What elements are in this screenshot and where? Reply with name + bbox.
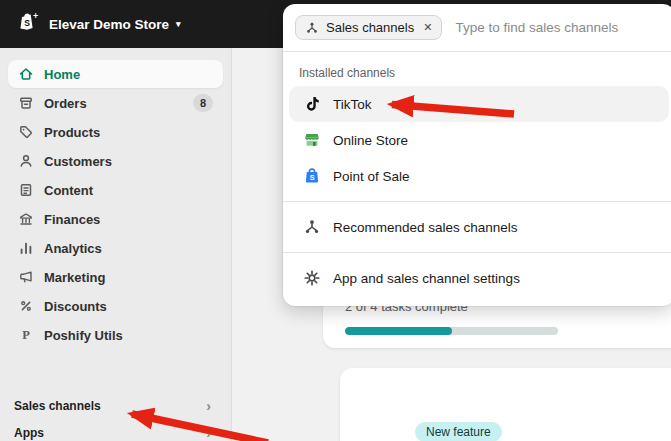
orders-count-badge: 8 bbox=[193, 94, 213, 111]
products-icon bbox=[18, 124, 34, 140]
store-name: Elevar Demo Store bbox=[49, 17, 169, 32]
sidebar-item-content[interactable]: Content bbox=[8, 176, 223, 204]
channels-network-icon bbox=[305, 21, 319, 35]
content-icon bbox=[18, 182, 34, 198]
section-label: Sales channels bbox=[14, 399, 101, 413]
sidebar-item-label: Finances bbox=[44, 212, 100, 227]
installed-channels-label: Installed channels bbox=[283, 52, 671, 86]
tasks-progress-fill bbox=[345, 327, 452, 335]
sidebar-section-sales-channels[interactable]: Sales channels › bbox=[8, 392, 223, 419]
svg-text:P: P bbox=[22, 328, 30, 342]
sales-channels-popup: Sales channels ✕ Installed channels TikT… bbox=[283, 4, 671, 306]
new-feature-badge: New feature bbox=[415, 422, 502, 441]
tasks-progress-bar bbox=[345, 327, 558, 335]
sidebar-item-label: Analytics bbox=[44, 241, 102, 256]
point-of-sale-icon: S bbox=[303, 167, 321, 185]
channel-row-point-of-sale[interactable]: S Point of Sale bbox=[289, 158, 669, 194]
sidebar-item-label: Orders bbox=[44, 96, 87, 111]
channel-label: Online Store bbox=[333, 133, 408, 148]
svg-text:+: + bbox=[33, 11, 38, 21]
customers-icon bbox=[18, 153, 34, 169]
home-icon bbox=[18, 66, 34, 82]
sidebar-spacer bbox=[8, 350, 223, 392]
chevron-right-icon: › bbox=[206, 426, 211, 440]
sidebar-item-home[interactable]: Home bbox=[8, 60, 223, 88]
marketing-icon bbox=[18, 269, 34, 285]
section-label: Apps bbox=[14, 426, 44, 440]
sidebar-item-orders[interactable]: Orders 8 bbox=[8, 89, 223, 117]
sidebar-item-analytics[interactable]: Analytics bbox=[8, 234, 223, 262]
new-feature-card: New feature bbox=[340, 368, 671, 441]
row-label: Recommended sales channels bbox=[333, 220, 518, 235]
channel-label: TikTok bbox=[333, 97, 372, 112]
channel-search-input[interactable] bbox=[453, 19, 663, 36]
sidebar-item-finances[interactable]: Finances bbox=[8, 205, 223, 233]
recommended-sales-channels-row[interactable]: Recommended sales channels bbox=[289, 209, 669, 245]
finances-icon bbox=[18, 211, 34, 227]
chevron-right-icon: › bbox=[206, 399, 211, 413]
sidebar-item-label: Marketing bbox=[44, 270, 105, 285]
sidebar-item-label: Home bbox=[44, 67, 80, 82]
online-store-icon bbox=[303, 131, 321, 149]
shopify-plus-logo-icon[interactable]: S + bbox=[14, 11, 40, 37]
poshify-utils-icon: P bbox=[18, 327, 34, 343]
orders-icon bbox=[18, 95, 34, 111]
sidebar: Home Orders 8 Products Customers Content… bbox=[0, 48, 232, 441]
channel-search-row: Sales channels ✕ bbox=[283, 4, 671, 51]
row-label: App and sales channel settings bbox=[333, 271, 520, 286]
sidebar-item-marketing[interactable]: Marketing bbox=[8, 263, 223, 291]
analytics-icon bbox=[18, 240, 34, 256]
channels-network-icon bbox=[303, 218, 321, 236]
sales-channels-filter-chip[interactable]: Sales channels ✕ bbox=[295, 15, 442, 40]
chevron-down-icon: ▾ bbox=[176, 20, 181, 29]
channel-row-tiktok[interactable]: TikTok bbox=[289, 86, 669, 122]
channel-label: Point of Sale bbox=[333, 169, 410, 184]
channel-row-online-store[interactable]: Online Store bbox=[289, 122, 669, 158]
sidebar-item-products[interactable]: Products bbox=[8, 118, 223, 146]
sidebar-item-customers[interactable]: Customers bbox=[8, 147, 223, 175]
sidebar-item-label: Poshify Utils bbox=[44, 328, 123, 343]
store-switcher[interactable]: Elevar Demo Store ▾ bbox=[49, 17, 181, 32]
sidebar-item-poshify-utils[interactable]: P Poshify Utils bbox=[8, 321, 223, 349]
popup-divider bbox=[283, 252, 671, 253]
sidebar-item-label: Content bbox=[44, 183, 93, 198]
popup-divider bbox=[283, 201, 671, 202]
discounts-icon bbox=[18, 298, 34, 314]
filter-chip-label: Sales channels bbox=[326, 20, 414, 35]
svg-text:S: S bbox=[310, 173, 315, 182]
remove-filter-icon[interactable]: ✕ bbox=[421, 21, 432, 34]
sidebar-item-label: Products bbox=[44, 125, 100, 140]
sidebar-item-discounts[interactable]: Discounts bbox=[8, 292, 223, 320]
svg-text:S: S bbox=[24, 18, 30, 28]
tiktok-icon bbox=[303, 95, 321, 113]
settings-gear-icon bbox=[303, 269, 321, 287]
app-and-sales-channel-settings-row[interactable]: App and sales channel settings bbox=[289, 260, 669, 296]
sidebar-section-apps[interactable]: Apps › bbox=[8, 419, 223, 441]
sidebar-item-label: Customers bbox=[44, 154, 112, 169]
sidebar-item-label: Discounts bbox=[44, 299, 107, 314]
